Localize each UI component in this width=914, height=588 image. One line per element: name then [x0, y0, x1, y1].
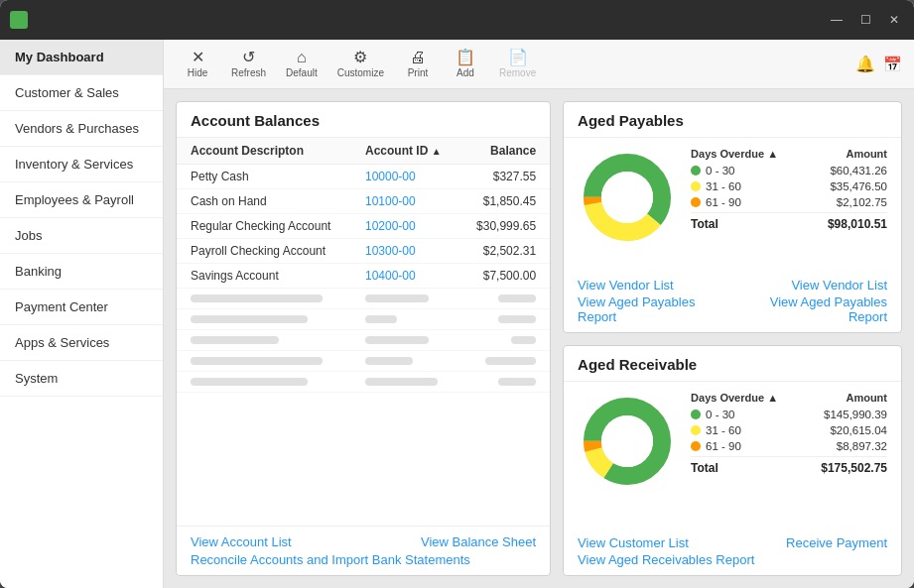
receivable-row-0: 0 - 30 $145,990.39: [691, 409, 887, 420]
right-panels: Aged Payables: [563, 101, 902, 576]
customize-button[interactable]: ⚙ Customize: [329, 46, 392, 82]
skeleton-row: [177, 372, 550, 393]
refresh-label: Refresh: [231, 67, 266, 78]
content-area: ✕ Hide ↺ Refresh ⌂ Default ⚙ Customize 🖨: [164, 40, 914, 588]
aged-payables-panel: Aged Payables: [563, 101, 902, 333]
legend-header: Days Overdue ▲ Amount: [691, 148, 887, 160]
account-id[interactable]: 10200-00: [351, 214, 459, 239]
account-description: Cash on Hand: [177, 189, 351, 214]
default-button[interactable]: ⌂ Default: [278, 46, 326, 82]
skeleton-row: [177, 309, 550, 330]
view-account-list-link[interactable]: View Account List: [191, 534, 292, 549]
account-id[interactable]: 10000-00: [351, 165, 459, 189]
recv-orange-dot: [691, 441, 701, 451]
account-description: Petty Cash: [177, 165, 351, 189]
skeleton-row: [177, 289, 550, 309]
account-balance: $327.55: [459, 165, 550, 189]
print-label: Print: [408, 67, 429, 78]
add-label: Add: [457, 67, 474, 78]
recv-green-dot: [691, 410, 701, 419]
account-id[interactable]: 10400-00: [351, 264, 459, 289]
print-icon: 🖨: [410, 50, 426, 65]
aged-payables-legend: Days Overdue ▲ Amount 0 - 30 $60,431.26: [691, 148, 887, 264]
customize-icon: ⚙: [353, 50, 367, 65]
account-balances-table: Account Descripton Account ID ▲ Balance …: [177, 138, 550, 393]
account-balance: $1,850.45: [459, 189, 550, 214]
view-vendor-list-left[interactable]: View Vendor List: [578, 278, 732, 293]
aged-receivable-panel: Aged Receivable: [563, 345, 902, 577]
sidebar-item-jobs[interactable]: Jobs: [0, 218, 163, 254]
account-balance: $30,999.65: [459, 214, 550, 239]
aged-payables-content: Days Overdue ▲ Amount 0 - 30 $60,431.26: [564, 138, 901, 274]
account-id[interactable]: 10300-00: [351, 239, 459, 264]
payables-row-1: 31 - 60 $35,476.50: [691, 180, 887, 192]
sidebar-item-customer-sales[interactable]: Customer & Sales: [0, 75, 163, 111]
account-id[interactable]: 10100-00: [351, 189, 459, 214]
view-customer-list-link[interactable]: View Customer List: [578, 535, 754, 550]
toolbar: ✕ Hide ↺ Refresh ⌂ Default ⚙ Customize 🖨: [164, 40, 914, 89]
notifications-icon[interactable]: 🔔: [855, 55, 875, 73]
hide-icon: ✕: [192, 50, 204, 65]
account-balance: $7,500.00: [459, 264, 550, 289]
sidebar: My Dashboard Customer & Sales Vendors & …: [0, 40, 164, 588]
sidebar-item-payment-center[interactable]: Payment Center: [0, 290, 163, 325]
sidebar-item-my-dashboard[interactable]: My Dashboard: [0, 40, 163, 75]
skeleton-row: [177, 351, 550, 372]
sidebar-item-system[interactable]: System: [0, 361, 163, 397]
receive-payment-link[interactable]: Receive Payment: [786, 535, 887, 550]
col-balance: Balance: [459, 138, 550, 165]
receivable-row-1: 31 - 60 $20,615.04: [691, 424, 887, 436]
aged-receivable-title: Aged Receivable: [564, 346, 901, 382]
recv-legend-header: Days Overdue ▲ Amount: [691, 392, 887, 404]
aged-receivable-footer: View Customer List View Aged Receivables…: [564, 531, 901, 575]
yellow-dot: [691, 181, 701, 191]
sidebar-item-inventory-services[interactable]: Inventory & Services: [0, 147, 163, 182]
add-button[interactable]: 📋 Add: [444, 46, 487, 82]
sidebar-item-apps-services[interactable]: Apps & Services: [0, 325, 163, 361]
reconcile-accounts-link[interactable]: Reconcile Accounts and Import Bank State…: [191, 552, 470, 567]
account-description: Regular Checking Account: [177, 214, 351, 239]
sidebar-item-vendors-purchases[interactable]: Vendors & Purchases: [0, 111, 163, 147]
app-body: My Dashboard Customer & Sales Vendors & …: [0, 40, 914, 588]
receivable-total: Total $175,502.75: [691, 456, 887, 475]
remove-icon: 📄: [508, 50, 528, 65]
table-row: Cash on Hand 10100-00 $1,850.45: [177, 189, 550, 214]
app-window: — ☐ ✕ My Dashboard Customer & Sales Vend…: [0, 0, 914, 588]
svg-point-9: [601, 415, 653, 467]
green-dot: [691, 166, 701, 176]
view-aged-receivables-report-link[interactable]: View Aged Receivables Report: [578, 552, 754, 567]
col-description[interactable]: Account Descripton: [177, 138, 351, 165]
account-balances-table-area: Account Descripton Account ID ▲ Balance …: [177, 138, 550, 526]
window-controls: — ☐ ✕: [826, 11, 904, 29]
refresh-icon: ↺: [242, 50, 255, 65]
view-vendor-list-right[interactable]: View Vendor List: [732, 278, 887, 293]
payables-row-0: 0 - 30 $60,431.26: [691, 165, 887, 176]
orange-dot: [691, 197, 701, 207]
maximize-button[interactable]: ☐: [855, 11, 876, 29]
payables-total: Total $98,010.51: [691, 212, 887, 231]
print-button[interactable]: 🖨 Print: [396, 46, 440, 82]
account-balances-footer: View Account List View Balance Sheet Rec…: [177, 526, 550, 575]
account-balances-panel: Account Balances Account Descripton Acco…: [176, 101, 551, 576]
aged-receivable-content: Days Overdue ▲ Amount 0 - 30 $145,990.39: [564, 382, 901, 532]
customize-label: Customize: [337, 67, 384, 78]
sidebar-item-banking[interactable]: Banking: [0, 254, 163, 290]
close-button[interactable]: ✕: [884, 11, 904, 29]
refresh-button[interactable]: ↺ Refresh: [223, 46, 274, 82]
remove-label: Remove: [499, 67, 536, 78]
aged-receivable-donut: [578, 392, 677, 491]
table-row: Regular Checking Account 10200-00 $30,99…: [177, 214, 550, 239]
hide-button[interactable]: ✕ Hide: [176, 46, 219, 82]
aged-payables-donut: [578, 148, 677, 247]
calendar-icon[interactable]: 📅: [883, 56, 902, 73]
col-account-id[interactable]: Account ID ▲: [351, 138, 459, 165]
receivable-row-2: 61 - 90 $8,897.32: [691, 440, 887, 452]
add-icon: 📋: [456, 50, 475, 65]
recv-yellow-dot: [691, 425, 701, 435]
aged-payables-footer: View Vendor List View Aged Payables Repo…: [564, 274, 901, 332]
view-balance-sheet-link[interactable]: View Balance Sheet: [421, 534, 536, 549]
view-aged-payables-report-left[interactable]: View Aged Payables Report: [578, 294, 732, 324]
view-aged-payables-report-right[interactable]: View Aged Payables Report: [732, 294, 887, 324]
sidebar-item-employees-payroll[interactable]: Employees & Payroll: [0, 182, 163, 218]
minimize-button[interactable]: —: [826, 11, 848, 29]
